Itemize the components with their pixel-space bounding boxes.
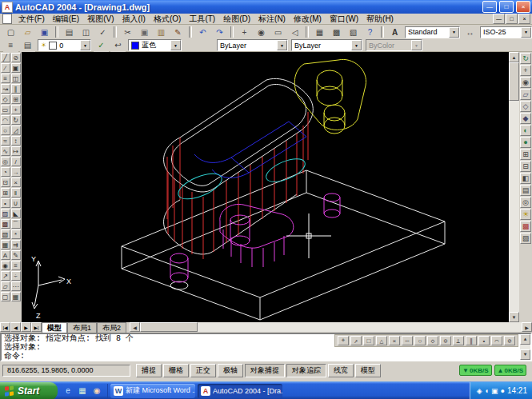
mtext-button[interactable]: A — [1, 250, 10, 260]
menu-item-view[interactable]: 视图(V) — [83, 14, 118, 25]
color-dropdown[interactable]: 蓝色 ▼ — [128, 39, 182, 51]
menu-item-window[interactable]: 窗口(W) — [326, 14, 362, 25]
menu-item-format[interactable]: 格式(O) — [150, 14, 185, 25]
horizontal-scroll-track[interactable] — [140, 322, 522, 332]
point-button[interactable]: • — [1, 198, 10, 208]
command-scroll-down[interactable]: ▼ — [520, 349, 530, 360]
doc-minimize-button[interactable]: — — [493, 14, 505, 24]
dim-style-button[interactable]: ↔ — [462, 26, 478, 39]
drawing-canvas[interactable]: Y X Z — [22, 52, 509, 322]
explode-button[interactable]: * — [11, 229, 21, 239]
multiline-button[interactable]: ≡ — [1, 74, 10, 83]
redo-button[interactable]: ↷ — [212, 26, 227, 39]
region-button[interactable]: ▧ — [1, 229, 10, 239]
donut-button[interactable]: ◉ — [1, 261, 10, 270]
array-button[interactable]: ⊞ — [11, 94, 21, 104]
chamfer-button[interactable]: ◣ — [11, 209, 21, 218]
named-views-button[interactable]: ▤ — [520, 185, 531, 196]
tab-model[interactable]: 模型 — [42, 322, 67, 333]
internet-explorer-button[interactable]: e — [62, 385, 74, 397]
command-window[interactable]: 选择对象: 指定对角点: 找到 8 个选择对象: 命令: ⌖↗□△×⋯○◇⊙⊥∥… — [0, 333, 532, 361]
menu-item-dimension[interactable]: 标注(N) — [254, 14, 290, 25]
tab-nav-button-3[interactable]: ▶| — [31, 322, 42, 332]
object-properties-button[interactable]: ▦ — [11, 292, 21, 301]
rotate-button[interactable]: ↻ — [11, 115, 21, 125]
erase-button[interactable]: ⊘ — [11, 53, 21, 62]
construction-line-button[interactable]: ∕ — [1, 63, 10, 73]
scale-button[interactable]: ◿ — [11, 126, 21, 135]
paste-button[interactable]: ▥ — [154, 26, 169, 39]
table-button[interactable]: ▦ — [1, 240, 10, 249]
antivirus-icon[interactable]: ● — [501, 387, 505, 395]
osnap-quadrant-button[interactable]: ◇ — [427, 336, 438, 345]
layer-dropdown[interactable]: ☀ 0 ▼ — [38, 39, 91, 51]
lineweight-dropdown[interactable]: ByLayer ▼ — [291, 39, 362, 51]
zoom-window-button[interactable]: ▭ — [270, 26, 286, 39]
tab-nav-button-1[interactable]: ◀ — [10, 322, 21, 332]
osnap-nearest-button[interactable]: ⌒ — [491, 336, 502, 345]
menu-item-help[interactable]: 帮助(H) — [362, 14, 398, 25]
edit-polyline-button[interactable]: ✎ — [11, 250, 21, 260]
toggle-osnap[interactable]: 对象捕捉 — [245, 364, 285, 377]
rectangle-button[interactable]: ▭ — [1, 105, 10, 114]
spelling-button[interactable]: ✓ — [95, 26, 110, 39]
view-top-button[interactable]: ⊞ — [520, 149, 531, 160]
layer-properties-manager-button[interactable]: ≡ — [3, 38, 18, 52]
cut-button[interactable]: ✂ — [120, 26, 135, 39]
polyline-button[interactable]: ↝ — [1, 84, 10, 94]
align-button[interactable]: ⇉ — [11, 240, 21, 249]
zoom-view-button[interactable]: ◉ — [520, 77, 531, 88]
help-button[interactable]: ? — [362, 26, 378, 39]
materials-button[interactable]: ▨ — [520, 233, 531, 244]
doc-close-button[interactable]: × — [518, 14, 530, 24]
fillet-button[interactable]: ⌒ — [11, 219, 21, 229]
save-file-button[interactable]: ▣ — [37, 26, 52, 39]
osnap-extension-button[interactable]: ⋯ — [402, 336, 413, 345]
render-button[interactable]: ▩ — [520, 221, 531, 232]
toggle-otrack[interactable]: 对象追踪 — [286, 364, 326, 377]
menu-item-edit[interactable]: 编辑(E) — [49, 14, 83, 25]
toggle-model[interactable]: 模型 — [355, 364, 381, 377]
title-bar[interactable]: A AutoCAD 2004 - [Drawing1.dwg] — □ × — [0, 0, 532, 14]
view-front-button[interactable]: ⊟ — [520, 161, 531, 172]
scroll-left-button[interactable]: ◀ — [130, 322, 140, 332]
shade-3d-wireframe-button[interactable]: ◇ — [520, 101, 531, 112]
edit-multiline-button[interactable]: ≡ — [11, 261, 21, 270]
shade-hidden-button[interactable]: ◆ — [520, 113, 531, 124]
toggle-polar[interactable]: 极轴 — [218, 364, 243, 377]
join-button[interactable]: ∪ — [11, 198, 21, 208]
3d-orbit-button[interactable]: ↻ — [520, 53, 531, 64]
stretch-button[interactable]: ↕ — [11, 136, 21, 146]
tool-palettes-button[interactable]: ▧ — [346, 26, 361, 39]
osnap-center-button[interactable]: ○ — [414, 336, 426, 345]
layer-states-manager-button[interactable]: ▤ — [20, 38, 35, 52]
scroll-up-button[interactable]: ▲ — [509, 52, 519, 62]
osnap-node-button[interactable]: • — [478, 336, 490, 345]
toggle-ortho[interactable]: 正交 — [190, 364, 216, 377]
match-properties-button[interactable]: ✎ — [170, 26, 186, 39]
polygon-button[interactable]: ◇ — [1, 94, 10, 104]
osnap-tangent-button[interactable]: ⊙ — [440, 336, 451, 345]
text-style-button[interactable]: A — [387, 26, 402, 39]
lights-button[interactable]: ☀ — [520, 209, 531, 220]
close-button[interactable]: × — [516, 1, 530, 13]
vertical-scroll-track[interactable] — [509, 62, 519, 312]
ellipse-arc-button[interactable]: ◔ — [1, 167, 10, 177]
tab-layout1[interactable]: 布局1 — [67, 322, 97, 333]
divide-button[interactable]: ÷ — [11, 271, 21, 281]
scroll-right-button[interactable]: ▶ — [522, 322, 532, 332]
volume-icon[interactable]: ◖ — [485, 387, 489, 395]
network-status-icon[interactable]: ◈ — [477, 387, 482, 395]
horizontal-scrollbar[interactable]: ◀ ▶ — [130, 322, 532, 333]
copy-button[interactable]: ▣ — [137, 26, 152, 39]
command-prompt[interactable]: 命令: — [2, 352, 530, 361]
spline-button[interactable]: ∿ — [1, 146, 10, 156]
ray-button[interactable]: ↗ — [1, 271, 10, 281]
maximize-button[interactable]: □ — [499, 1, 514, 13]
make-object-layer-current-button[interactable]: ✓ — [94, 38, 109, 52]
osnap-intersection-button[interactable]: × — [389, 336, 400, 345]
pan-button[interactable]: + — [237, 26, 252, 39]
shade-gouraud-button[interactable]: ● — [520, 137, 531, 148]
circle-button[interactable]: ○ — [1, 126, 10, 135]
view-isometric-button[interactable]: ◧ — [520, 173, 531, 184]
